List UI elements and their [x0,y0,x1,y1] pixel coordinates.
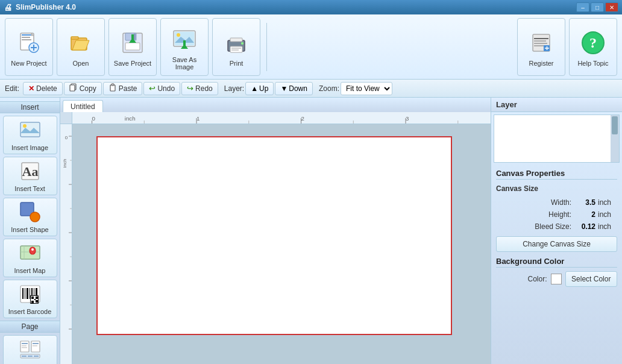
close-button[interactable]: ✕ [605,2,618,12]
svg-rect-3 [22,39,31,40]
window-title: SlimPublisher 4.0 [16,3,76,11]
layer-scrollbar[interactable] [611,115,619,162]
bg-color-section: Background Color Color: Select Color [496,257,617,288]
insert-text-button[interactable]: Aa Insert Text [3,157,57,195]
main-toolbar: New Project Open Save Project [0,14,622,80]
page-section-label: Page [0,321,60,333]
paste-button[interactable]: Paste [103,82,143,95]
svg-rect-41 [20,122,40,137]
insert-shape-label: Insert Shape [11,226,48,233]
svg-rect-63 [31,301,34,303]
register-button[interactable]: Register [517,18,565,76]
right-panel: Layer Canvas Properties Canvas Size Widt… [491,98,622,364]
page-manager-button[interactable]: Page Manager [3,335,57,364]
edit-label: Edit: [5,84,19,93]
insert-barcode-label: Insert Barcode [8,308,52,315]
zoom-select[interactable]: Fit to View 50% 75% 100% 125% 150% 200% [341,82,392,95]
svg-rect-66 [20,341,29,352]
save-as-image-button[interactable]: Save As Image [160,18,209,76]
svg-rect-75 [28,356,33,357]
redo-button[interactable]: ↪ Redo [181,82,218,95]
width-row: Width: 3.5 inch [496,198,617,207]
bleed-unit: inch [598,222,617,231]
height-row: Height: 2 inch [496,210,617,219]
svg-rect-76 [34,356,39,357]
open-button[interactable]: Open [57,18,105,76]
svg-rect-31 [534,45,545,46]
insert-image-button[interactable]: Insert Image [3,116,57,154]
delete-button[interactable]: ✕ Delete [23,82,63,95]
title-bar: 🖨 SlimPublisher 4.0 – □ ✕ [0,0,622,14]
register-icon [527,28,556,57]
save-as-image-label: Save As Image [163,56,206,71]
height-label: Height: [496,210,571,219]
svg-rect-72 [33,345,37,347]
canvas-container[interactable] [72,124,491,364]
save-project-button[interactable]: Save Project [108,18,157,76]
svg-rect-71 [33,343,39,344]
svg-rect-68 [22,345,27,347]
new-project-button[interactable]: New Project [5,18,53,76]
paste-icon [108,83,117,93]
insert-map-button[interactable]: Insert Map [3,239,57,277]
select-color-button[interactable]: Select Color [565,271,618,287]
h-ruler-ticks: 0 inch 1 2 3 [72,112,491,124]
vertical-ruler: 0 inch [60,124,72,364]
svg-point-49 [31,248,34,251]
save-image-icon [170,25,199,54]
color-label: Color: [496,275,547,283]
select-color-label: Select Color [571,275,611,283]
layer-down-button[interactable]: ▼ Down [275,82,313,95]
undo-icon: ↩ [149,84,156,93]
svg-rect-28 [534,38,548,39]
insert-image-label: Insert Image [11,144,48,151]
help-topic-button[interactable]: ? Help Topic [569,18,617,76]
svg-point-42 [23,124,27,128]
svg-rect-2 [22,37,30,38]
color-swatch [551,274,562,284]
change-canvas-size-button[interactable]: Change Canvas Size [496,236,617,252]
insert-barcode-button[interactable]: Insert Barcode [3,280,57,318]
copy-icon [69,83,78,93]
print-label: Print [230,60,243,67]
canvas-size-title: Canvas Size [496,184,617,193]
svg-text:0: 0 [92,116,95,122]
save-project-label: Save Project [114,60,151,67]
copy-label: Copy [80,84,96,93]
svg-rect-53 [25,288,25,299]
layer-panel-title: Layer [491,98,622,112]
width-value: 3.5 [574,198,595,207]
canvas-scroll-inner [72,124,491,364]
tab-bar: Untitled [60,98,491,112]
svg-rect-55 [30,288,30,299]
bg-color-title: Background Color [496,257,617,268]
copy-button[interactable]: Copy [64,82,102,95]
svg-rect-13 [125,43,140,50]
insert-text-icon: Aa [19,160,42,183]
svg-point-26 [241,42,243,45]
canvas-tab[interactable]: Untitled [63,100,103,112]
print-button[interactable]: Print [212,18,260,76]
redo-icon: ↪ [187,84,193,93]
svg-rect-61 [31,297,34,299]
width-label: Width: [496,198,571,207]
canvas-properties-section: Canvas Properties Canvas Size Width: 3.5… [491,165,622,292]
redo-label: Redo [195,84,213,93]
canvas-document[interactable] [96,136,452,335]
maximize-button[interactable]: □ [591,2,604,12]
layer-up-button[interactable]: ▲ Up [245,82,274,95]
undo-button[interactable]: ↩ Undo [143,82,180,95]
svg-rect-22 [230,38,242,42]
help-topic-label: Help Topic [577,60,608,67]
undo-label: Undo [157,84,175,93]
svg-text:Aa: Aa [22,164,38,179]
svg-rect-9 [71,37,78,39]
svg-text:2: 2 [301,116,304,122]
svg-rect-67 [22,343,28,344]
insert-shape-button[interactable]: Insert Shape [3,198,57,236]
svg-rect-64 [34,299,36,300]
minimize-button[interactable]: – [576,2,589,12]
height-value: 2 [574,210,595,219]
down-arrow-icon: ▼ [280,84,287,93]
delete-label: Delete [36,84,57,93]
